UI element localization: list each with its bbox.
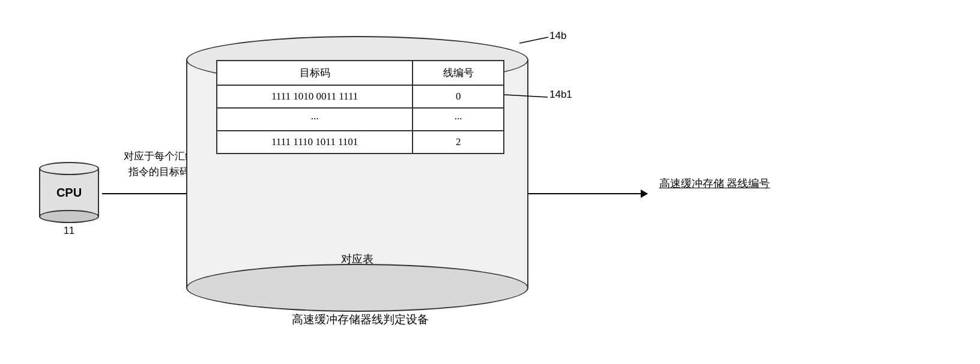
cpu-top xyxy=(39,162,99,175)
cpu-body: CPU xyxy=(39,169,99,216)
table-row: 1111 1110 1011 1101 2 xyxy=(217,131,504,154)
row3-col1: 1111 1110 1011 1101 xyxy=(217,131,413,154)
cpu-label: CPU xyxy=(56,186,82,200)
inner-table-container: 目标码 线编号 1111 1010 0011 1111 0 ··· ··· 11… xyxy=(216,60,504,154)
cpu-number: 11 xyxy=(36,225,102,236)
table-to-output-arrow xyxy=(527,193,647,194)
ref-14b1-label: 14b1 xyxy=(549,89,572,101)
row2-col2: ··· xyxy=(413,108,504,131)
cpu-cylinder: CPU xyxy=(39,162,99,223)
inside-label: 对应表 xyxy=(186,252,528,266)
cpu-block: CPU 11 xyxy=(36,162,102,236)
output-label: 高速缓冲存储 器线编号 xyxy=(655,176,775,192)
cpu-bottom xyxy=(39,210,99,223)
table-row: ··· ··· xyxy=(217,108,504,131)
col2-header: 线编号 xyxy=(413,61,504,85)
row3-col2: 2 xyxy=(413,131,504,154)
diagram-container: CPU 11 对应于每个汇编 指令的目标码 目标码 线编号 1111 xyxy=(0,0,980,364)
correspondence-table: 目标码 线编号 1111 1010 0011 1111 0 ··· ··· 11… xyxy=(216,60,504,154)
device-label: 高速缓冲存储器线判定设备 xyxy=(156,312,564,327)
col1-header: 目标码 xyxy=(217,61,413,85)
row1-col2: 0 xyxy=(413,85,504,108)
row2-col1: ··· xyxy=(217,108,413,131)
ref-14b-label: 14b xyxy=(549,30,566,42)
db-bottom-ellipse xyxy=(186,264,528,312)
row1-col1: 1111 1010 0011 1111 xyxy=(217,85,413,108)
table-row: 1111 1010 0011 1111 0 xyxy=(217,85,504,108)
